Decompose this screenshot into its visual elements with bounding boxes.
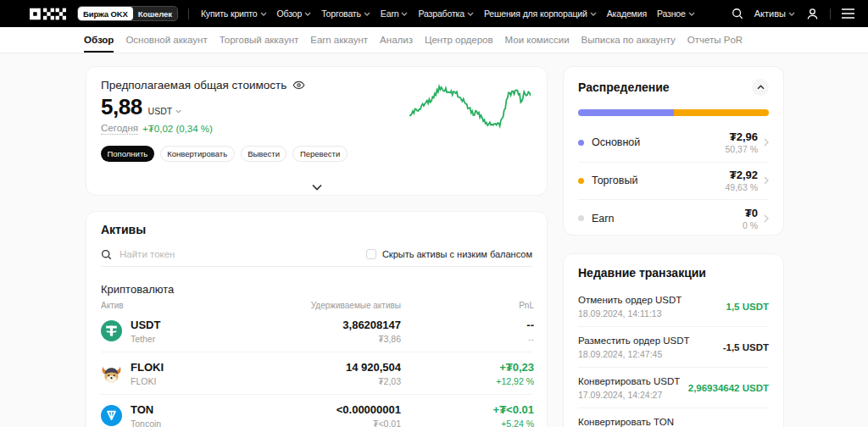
funding-dot-icon <box>578 140 584 146</box>
currency-label: USDT <box>148 106 173 116</box>
nav-buy-crypto[interactable]: Купить крипто <box>201 8 267 19</box>
assets-menu-label: Активы <box>754 8 786 19</box>
tab-overview[interactable]: Обзор <box>84 27 114 53</box>
crypto-section-label: Криптовалюта <box>101 283 532 296</box>
distribution-row-trading[interactable]: Торговый ₮2,92 49,63 % <box>578 162 769 200</box>
distribution-row-earn[interactable]: Earn ₮0 0 % <box>578 199 769 236</box>
chevron-right-icon <box>764 214 769 223</box>
collapse-distribution-button[interactable] <box>752 79 769 96</box>
asset-name: Tether <box>131 334 160 344</box>
distribution-row-funding[interactable]: Основной ₮2,96 50,37 % <box>578 124 769 162</box>
transaction-cancel-order[interactable]: Отменить ордер USDT 18.09.2024, 14:11:13… <box>578 286 769 327</box>
tab-order-center[interactable]: Центр ордеров <box>425 27 493 53</box>
nav-overview[interactable]: Обзор <box>277 8 312 19</box>
hide-low-balance-label: Скрыть активы с низким балансом <box>382 249 532 259</box>
main-content: Предполагаемая общая стоимость 5,88 USDT… <box>0 53 868 427</box>
convert-button[interactable]: Конвертировать <box>160 146 235 162</box>
asset-symbol: FLOKI <box>131 361 164 374</box>
distribution-percent: 0 % <box>743 220 758 230</box>
eye-icon[interactable] <box>292 79 305 92</box>
transfer-button[interactable]: Перевести <box>292 146 347 162</box>
asset-fiat-value: ₮2,03 <box>201 376 401 386</box>
column-asset: Актив <box>101 301 201 310</box>
total-value-card: Предполагаемая общая стоимость 5,88 USDT… <box>86 66 548 196</box>
transaction-convert-ton[interactable]: Конвертировать TON <box>578 408 769 427</box>
account-tabs: Обзор Основной аккаунт Торговый аккаунт … <box>0 27 868 53</box>
asset-amount: 14 920,504 <box>201 361 401 374</box>
distribution-card: Распределение Основной ₮2,9 <box>563 66 784 236</box>
nav-label: Академия <box>607 8 647 19</box>
wallet-toggle-button[interactable]: Кошелек <box>133 7 177 20</box>
distribution-value: ₮2,92 <box>725 169 758 181</box>
distribution-value: ₮0 <box>743 207 758 219</box>
chevron-down-icon <box>590 12 597 16</box>
tab-earn-account[interactable]: Earn аккаунт <box>310 27 368 53</box>
transaction-label: Разместить ордер USDT <box>578 335 690 347</box>
asset-row-ton[interactable]: TON Toncoin <0.00000001 ₮<0.01 +₮<0.01 +… <box>101 395 532 427</box>
profile-icon[interactable] <box>806 8 819 20</box>
transaction-label: Конвертировать TON <box>578 416 674 427</box>
token-search-input[interactable] <box>120 249 366 259</box>
asset-pnl: -- <box>401 319 534 331</box>
nav-earn[interactable]: Earn <box>381 8 409 19</box>
tab-por-reports[interactable]: Отчеты PoR <box>687 27 743 53</box>
tab-funding-account[interactable]: Основной аккаунт <box>125 27 207 53</box>
asset-row-floki[interactable]: FLOKI FLOKI 14 920,504 ₮2,03 +₮0,23 +12,… <box>101 352 532 395</box>
floki-coin-icon <box>101 363 122 384</box>
column-pnl: PnL <box>401 301 534 310</box>
transaction-amount: -1,5 USDT <box>718 342 769 352</box>
asset-row-usdt[interactable]: USDT Tether 3,86208147 ₮3,86 -- -- <box>101 310 532 352</box>
asset-fiat-value: ₮<0.01 <box>201 419 401 427</box>
column-holdings: Удерживаемые активы <box>201 301 401 310</box>
tab-analysis[interactable]: Анализ <box>380 27 413 53</box>
nav-label: Решения для корпораций <box>484 8 587 19</box>
assets-search-row: Скрыть активы с низким балансом <box>101 242 532 267</box>
topbar-divider <box>830 8 831 19</box>
nav-label: Обзор <box>277 8 303 19</box>
asset-amount: <0.00000001 <box>201 403 401 416</box>
recent-transactions-card: Недавние транзакции Отменить ордер USDT … <box>563 253 784 427</box>
today-change: +₮0,02 (0,34 %) <box>142 124 213 134</box>
assets-card: Активы Скрыть активы с низким балансом К… <box>86 211 548 427</box>
asset-symbol: TON <box>131 403 161 416</box>
transaction-place-order[interactable]: Разместить ордер USDT 18.09.2024, 12:47:… <box>578 327 769 368</box>
chevron-down-icon <box>401 12 408 16</box>
hide-low-balance-checkbox[interactable] <box>366 249 376 259</box>
chevron-down-icon <box>311 184 322 191</box>
nav-more[interactable]: Разное <box>657 8 695 19</box>
distribution-value: ₮2,96 <box>725 130 758 143</box>
portfolio-sparkline-chart <box>409 82 531 130</box>
tab-account-statement[interactable]: Выписка по аккаунту <box>581 27 676 53</box>
topbar: Биржа OKX Кошелек Купить крипто Обзор То… <box>0 0 868 27</box>
assets-table-header: Актив Удерживаемые активы PnL <box>101 301 532 310</box>
tab-fees[interactable]: Мои комиссии <box>505 27 570 53</box>
nav-trade[interactable]: Торговать <box>321 8 370 19</box>
chevron-up-icon <box>757 85 765 90</box>
asset-amount: 3,86208147 <box>201 319 401 331</box>
exchange-toggle-button[interactable]: Биржа OKX <box>78 7 133 20</box>
asset-pnl: +₮<0.01 <box>401 403 534 416</box>
transaction-convert-usdt[interactable]: Конвертировать USDT 17.09.2024, 14:24:27… <box>578 368 769 408</box>
nav-institutional[interactable]: Решения для корпораций <box>484 8 597 19</box>
okx-logo[interactable] <box>30 8 66 20</box>
total-value-amount: 5,88 <box>101 97 142 116</box>
tab-trading-account[interactable]: Торговый аккаунт <box>220 27 299 53</box>
currency-selector[interactable]: USDT <box>148 106 182 116</box>
nav-academy[interactable]: Академия <box>607 8 647 19</box>
today-label: Сегодня <box>101 123 138 135</box>
distribution-percent: 50,37 % <box>725 144 758 154</box>
distribution-label: Торговый <box>592 175 637 186</box>
assets-menu[interactable]: Активы <box>754 8 795 19</box>
hide-low-balance-control[interactable]: Скрыть активы с низким балансом <box>366 249 532 259</box>
collapse-summary-chevron[interactable] <box>311 184 322 191</box>
search-icon[interactable] <box>732 8 743 19</box>
chevron-down-icon <box>364 12 370 16</box>
nav-build[interactable]: Разработка <box>418 8 473 19</box>
withdraw-button[interactable]: Вывести <box>241 146 287 162</box>
menu-icon[interactable] <box>842 8 854 19</box>
chevron-down-icon <box>175 109 181 114</box>
deposit-button[interactable]: Пополнить <box>101 146 154 162</box>
transaction-amount: 2,96934642 USDT <box>683 383 769 393</box>
distribution-bar-trading <box>674 109 769 116</box>
chevron-down-icon <box>304 12 311 16</box>
